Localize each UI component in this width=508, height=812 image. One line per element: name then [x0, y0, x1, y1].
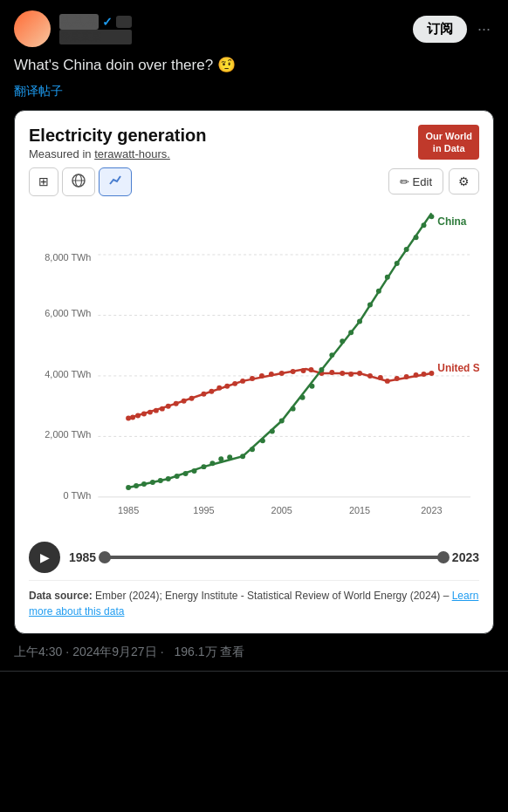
chart-inner: Electricity generation Measured in teraw…: [15, 111, 493, 633]
data-source-text: Ember (2024); Energy Institute - Statist…: [93, 590, 452, 602]
subscribe-button[interactable]: 订阅: [413, 16, 467, 43]
tweet: 某某某 ✓ @某某某 订阅 ··· What's China doin over…: [0, 0, 508, 672]
globe-view-button[interactable]: [62, 167, 95, 196]
china-dot: [310, 383, 315, 388]
translate-link[interactable]: 翻译帖子: [14, 84, 494, 99]
china-dot: [201, 464, 206, 469]
chart-toolbar: ⊞: [29, 167, 479, 196]
slider-right-thumb[interactable]: [437, 551, 450, 563]
usa-dot: [269, 371, 274, 376]
usa-dot: [174, 400, 179, 406]
china-dot: [192, 468, 197, 474]
china-dot: [404, 247, 409, 252]
china-dot: [209, 461, 215, 466]
china-dot: [329, 352, 334, 358]
china-dot: [291, 406, 296, 411]
tweet-views: 196.1万 查看: [175, 645, 245, 660]
table-icon: ⊞: [38, 174, 49, 188]
china-dot: [429, 214, 434, 219]
chart-header: Electricity generation Measured in teraw…: [29, 125, 479, 160]
usa-dot: [404, 373, 409, 379]
x-label-0: 1985: [118, 504, 139, 515]
china-dot: [300, 394, 305, 399]
chart-card: Electricity generation Measured in teraw…: [14, 110, 494, 634]
usa-dot: [357, 370, 362, 375]
table-view-button[interactable]: ⊞: [29, 167, 58, 196]
china-dot: [414, 235, 419, 240]
avatar[interactable]: [14, 10, 51, 47]
usa-dot: [240, 378, 245, 383]
china-dot: [158, 478, 163, 483]
y-label-3: 6,000 TWh: [45, 308, 91, 318]
chart-view-button[interactable]: [99, 167, 132, 196]
china-dot: [340, 338, 345, 344]
china-dot: [385, 274, 390, 279]
name-badge: [116, 16, 132, 28]
china-label: China: [437, 215, 466, 228]
toolbar-right: ✏ Edit ⚙: [388, 168, 479, 194]
usa-dot: [348, 371, 354, 376]
usa-dot: [385, 378, 390, 383]
tweet-date[interactable]: 2024年9月27日: [72, 645, 157, 660]
usa-dot: [126, 415, 131, 420]
usa-dot: [259, 372, 264, 378]
username-text: 某某某: [59, 14, 99, 30]
chart-line-icon: [108, 174, 122, 190]
edit-button[interactable]: ✏ Edit: [388, 168, 443, 194]
tweet-header: 某某某 ✓ @某某某 订阅 ···: [14, 10, 494, 47]
usa-dot: [329, 369, 334, 374]
chart-title: Electricity generation: [29, 125, 206, 146]
china-dot: [270, 428, 275, 433]
usa-dot: [291, 369, 296, 374]
china-dot: [240, 454, 245, 459]
data-source-bold: Data source:: [29, 590, 93, 602]
china-dot: [166, 476, 171, 481]
usa-dot: [232, 380, 237, 386]
china-dot: [250, 447, 255, 452]
usa-dot: [216, 385, 222, 390]
footer-separator-2: ·: [161, 645, 164, 660]
data-source: Data source: Ember (2024); Energy Instit…: [29, 580, 479, 623]
china-dot: [183, 471, 189, 476]
gear-icon: ⚙: [458, 174, 470, 188]
usa-dot: [141, 411, 147, 416]
china-dot: [134, 482, 139, 488]
usa-dot: [224, 383, 230, 388]
china-dot: [376, 288, 381, 293]
play-button[interactable]: ▶: [29, 542, 60, 573]
tweet-footer: 上午4:30 · 2024年9月27日 · 196.1万 查看: [14, 645, 494, 660]
china-dot: [141, 481, 147, 487]
usa-dot: [395, 375, 400, 380]
usa-dot: [160, 406, 165, 411]
slider-left-thumb[interactable]: [99, 551, 111, 563]
tweet-time[interactable]: 上午4:30: [14, 645, 62, 660]
usa-dot: [422, 371, 427, 376]
chart-subtitle: Measured in terawatt-hours.: [29, 147, 206, 160]
y-label-2: 4,000 TWh: [45, 368, 91, 379]
username-handle: @某某某: [59, 30, 132, 44]
usa-dot: [250, 375, 255, 380]
y-label-1: 2,000 TWh: [45, 429, 91, 440]
chart-svg: 0 TWh 2,000 TWh 4,000 TWh 6,000 TWh 8,00…: [29, 203, 479, 535]
more-button[interactable]: ···: [474, 17, 494, 42]
owid-logo[interactable]: Our World in Data: [418, 125, 479, 160]
china-dot: [422, 222, 427, 228]
usa-dot: [154, 407, 159, 413]
china-dot: [126, 484, 131, 489]
x-label-1: 1995: [193, 504, 214, 515]
globe-icon: [72, 174, 86, 190]
display-name: 某某某 ✓: [59, 14, 132, 30]
china-dot: [367, 302, 373, 307]
usa-dot: [340, 370, 345, 375]
verified-icon: ✓: [102, 15, 113, 29]
china-dot: [227, 454, 232, 460]
usa-label: United States: [437, 361, 479, 373]
chart-area: 0 TWh 2,000 TWh 4,000 TWh 6,000 TWh 8,00…: [29, 203, 479, 535]
x-label-3: 2015: [349, 504, 370, 515]
usa-dot: [429, 370, 434, 375]
timeline-slider[interactable]: [105, 556, 443, 559]
end-year-label: 2023: [452, 550, 479, 564]
gear-button[interactable]: ⚙: [449, 168, 479, 194]
usa-line: [128, 369, 431, 419]
usa-dot: [279, 370, 285, 375]
